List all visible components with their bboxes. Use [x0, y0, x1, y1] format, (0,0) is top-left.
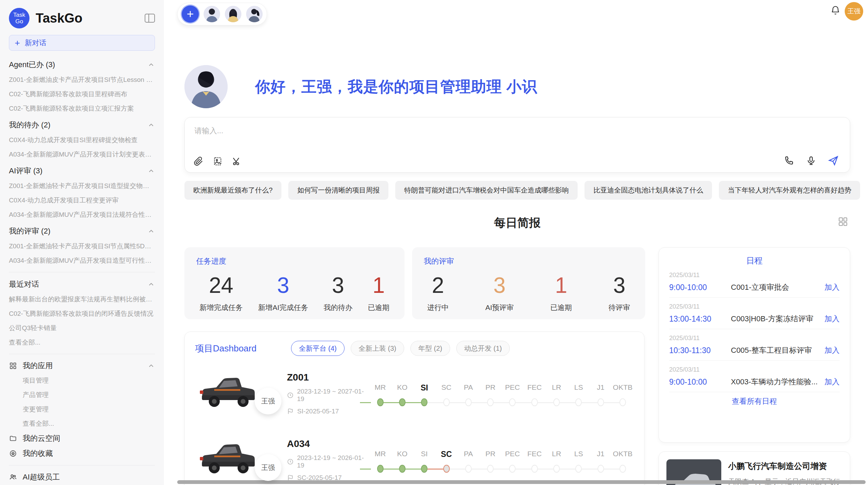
- image-upload-icon[interactable]: [213, 157, 222, 166]
- app-window: Task Go TaskGo + 新对话 Agent已办 (3) Z001-全新…: [0, 0, 868, 485]
- section-title: Agent已办 (3): [9, 60, 55, 70]
- stat-label: 新增完成任务: [200, 303, 243, 312]
- chevron-up-icon[interactable]: [147, 61, 155, 69]
- sidebar-item[interactable]: C02-飞腾新能源轻客改款项目立项汇报方案: [9, 101, 155, 116]
- app-link-product-mgmt[interactable]: 产品管理: [9, 388, 155, 402]
- chevron-up-icon[interactable]: [147, 121, 155, 129]
- collapse-sidebar-icon[interactable]: [145, 14, 155, 23]
- schedule-time: 13:00-14:30: [669, 314, 731, 324]
- chevron-up-icon[interactable]: [147, 362, 155, 370]
- flag-icon: [287, 408, 294, 415]
- project-name: A034: [287, 438, 369, 449]
- schedule-time: 10:30-11:30: [669, 346, 731, 355]
- milestone-dot: [487, 398, 494, 406]
- milestone-oktb: OKTB: [612, 450, 634, 473]
- my-apps-row[interactable]: 我的应用: [9, 358, 155, 373]
- suggestion-chips: 欧洲新规最近颁布了什么? 如何写一份清晰的项目周报 特朗普可能对进口汽车增税会对…: [184, 181, 850, 200]
- stat: 3我的待办: [324, 273, 352, 312]
- chevron-up-icon[interactable]: [147, 281, 155, 288]
- join-link[interactable]: 加入: [824, 282, 840, 293]
- section-agent-done[interactable]: Agent已办 (3): [9, 57, 155, 73]
- sidebar-item[interactable]: C0X4-动力总成开发项目SI里程碑提交物检查: [9, 133, 155, 147]
- suggestion-chip[interactable]: 比亚迪全固态电池计划具体说了什么: [584, 181, 712, 200]
- suggestion-chip[interactable]: 如何写一份清晰的项目周报: [288, 181, 388, 200]
- main-area: 王强 你好，王强，我是你的项目管理助理 小识: [164, 0, 868, 485]
- phone-call-icon[interactable]: [784, 156, 794, 166]
- chevron-up-icon[interactable]: [147, 227, 155, 235]
- view-all-apps-link[interactable]: 查看全部...: [9, 416, 155, 431]
- new-chat-button[interactable]: + 新对话: [9, 35, 155, 51]
- sidebar-item[interactable]: C02-飞腾新能源轻客改款项目的闭环通告反馈情况: [9, 307, 155, 321]
- attachment-icon[interactable]: [194, 157, 203, 166]
- horizontal-scrollbar[interactable]: [177, 480, 866, 484]
- scissors-icon[interactable]: [232, 157, 242, 166]
- cloud-space-row[interactable]: 我的云空间: [9, 431, 155, 446]
- milestone-dot: [399, 398, 406, 406]
- sidebar-item[interactable]: Z001-全新燃油轻卡产品开发项目SI节点属性5D文件评审: [9, 239, 155, 253]
- sidebar-item[interactable]: 公司Q3轻卡销量: [9, 321, 155, 335]
- dashboard-title: 项目Dashboard: [195, 343, 291, 355]
- stat-label: 进行中: [427, 303, 449, 312]
- microphone-icon[interactable]: [806, 156, 816, 166]
- schedule-item: 2025/03/11 9:00-10:00 X003-车辆动力学性能验... 加…: [669, 361, 840, 392]
- join-link[interactable]: 加入: [824, 377, 840, 387]
- sidebar-item[interactable]: Z001-全新燃油轻卡产品开发项目SI造型提交物评审: [9, 179, 155, 193]
- project-name: Z001: [287, 372, 369, 383]
- view-all-chats-link[interactable]: 查看全部...: [9, 335, 155, 350]
- owner-badge: 王强: [255, 388, 281, 414]
- assistant-avatar-3[interactable]: [246, 6, 263, 22]
- milestone-oktb: OKTB: [612, 383, 634, 406]
- favorites-row[interactable]: 我的收藏: [9, 446, 155, 461]
- milestone-dot: [421, 465, 427, 473]
- ai-super-staff-row[interactable]: AI超级员工: [9, 470, 155, 485]
- join-link[interactable]: 加入: [824, 345, 840, 356]
- filter-pill[interactable]: 全新上装 (3): [351, 341, 404, 356]
- sidebar-item[interactable]: A034-全新新能源MUV产品开发项目计划变更表编写: [9, 147, 155, 162]
- daily-brief-header: 每日简报: [184, 215, 850, 231]
- favorites-label: 我的收藏: [23, 448, 53, 459]
- stat: 24新增完成任务: [200, 273, 243, 312]
- logo-line1: Task: [13, 12, 25, 18]
- user-avatar[interactable]: 王强: [845, 2, 863, 21]
- project-row-z001[interactable]: 王强 Z001 2023-12-19 ~ 2027-01-19 SI-2025-…: [195, 365, 634, 422]
- milestone-dot: [598, 465, 604, 473]
- card-title: 任务进度: [196, 256, 393, 266]
- section-ai-review[interactable]: AI评审 (3): [9, 163, 155, 179]
- chat-input[interactable]: [194, 126, 647, 141]
- filter-pill-active[interactable]: 全新平台 (4): [291, 341, 345, 356]
- stat-value: 1: [373, 273, 385, 298]
- assistant-avatar-1[interactable]: [204, 6, 220, 22]
- sidebar-item[interactable]: Z001-全新燃油皮卡产品开发项目SI节点Lesson Learn报告: [9, 73, 155, 87]
- chevron-up-icon[interactable]: [147, 167, 155, 175]
- section-my-review[interactable]: 我的评审 (2): [9, 223, 155, 239]
- sidebar-item[interactable]: A034-全新新能源MUV产品开发项目法规符合性评审: [9, 208, 155, 222]
- sidebar-item[interactable]: A034-全新新能源MUV产品开发项目造型可行性评审: [9, 253, 155, 268]
- app-link-change-mgmt[interactable]: 变更管理: [9, 402, 155, 416]
- notifications-bell-icon[interactable]: [830, 5, 841, 17]
- join-link[interactable]: 加入: [824, 314, 840, 324]
- milestone-dot: [509, 465, 516, 473]
- section-recent-chats[interactable]: 最近对话: [9, 276, 155, 292]
- add-assistant-button[interactable]: [182, 5, 199, 23]
- assistant-switcher: [177, 3, 267, 25]
- app-link-project-mgmt[interactable]: 项目管理: [9, 373, 155, 388]
- suggestion-chip[interactable]: 当下年轻人对汽车外观有怎样的喜好趋势: [719, 181, 860, 200]
- project-info: A034 2023-12-19 ~ 2026-01-19 SC-2025-05-…: [287, 438, 369, 482]
- send-icon[interactable]: [828, 155, 839, 166]
- sidebar-item[interactable]: 解释最新出台的欧盟报废车法规再生塑料比例被调至15%...: [9, 292, 155, 307]
- suggestion-chip[interactable]: 特朗普可能对进口汽车增税会对中国车企造成哪些影响: [395, 181, 578, 200]
- view-all-schedule-link[interactable]: 查看所有日程: [669, 396, 840, 407]
- layout-grid-icon[interactable]: [838, 216, 848, 228]
- section-title: 我的评审 (2): [9, 226, 50, 236]
- section-my-todo[interactable]: 我的待办 (2): [9, 117, 155, 133]
- schedule-date: 2025/03/11: [669, 335, 840, 342]
- filter-pill[interactable]: 年型 (2): [410, 341, 450, 356]
- filter-pill[interactable]: 动总开发 (1): [456, 341, 510, 356]
- project-row-a034[interactable]: 王强 A034 2023-12-19 ~ 2026-01-19 SC-2025-…: [195, 431, 634, 485]
- schedule-date: 2025/03/11: [669, 366, 840, 373]
- sidebar-item[interactable]: C0X4-动力总成开发项目工程变更评审: [9, 193, 155, 208]
- assistant-avatar-2[interactable]: [225, 6, 241, 22]
- suggestion-chip[interactable]: 欧洲新规最近颁布了什么?: [184, 181, 281, 200]
- milestone-dot: [619, 398, 626, 406]
- sidebar-item[interactable]: C02-飞腾新能源轻客改款项目里程碑画布: [9, 87, 155, 101]
